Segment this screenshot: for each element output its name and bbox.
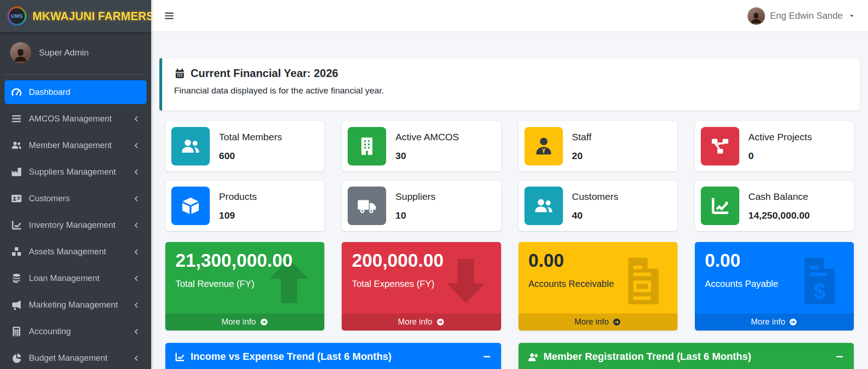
callout-title: Current Financial Year: 2026 <box>174 67 848 80</box>
chart-line-icon <box>701 187 739 225</box>
user-panel-name: Super Admin <box>39 48 89 58</box>
info-box-value: 20 <box>572 150 592 161</box>
user-menu[interactable]: Eng Edwin Sande <box>748 7 856 25</box>
info-box-label: Customers <box>572 191 619 202</box>
callout-body: Financial data displayed is for the acti… <box>174 86 848 96</box>
sidebar-user-panel: Super Admin <box>5 32 147 75</box>
chart-card-title: Member Registration Trend (Last 6 Months… <box>544 351 752 363</box>
sidebar-item-label: Inventory Management <box>29 220 115 230</box>
chevron-left-icon <box>132 354 141 363</box>
chart-card-title: Income vs Expense Trend (Last 6 Months) <box>191 351 392 363</box>
small-box-grid: 21,300,000.00 Total Revenue (FY) More in… <box>165 242 854 330</box>
more-info-link[interactable]: More info <box>695 314 854 330</box>
sidebar-toggle-icon[interactable] <box>164 10 175 22</box>
small-box-accounts-receivable: 0.00 Accounts Receivable More info <box>519 242 677 330</box>
box-icon <box>171 187 210 225</box>
sidebar-item-suppliers-management[interactable]: Suppliers Management <box>5 160 147 184</box>
chevron-left-icon <box>132 274 141 283</box>
cubes-icon <box>11 246 22 258</box>
info-box-total-members: Total Members 600 <box>165 121 324 171</box>
info-box-value: 30 <box>395 150 459 161</box>
navbar-user-name: Eng Edwin Sande <box>770 11 843 21</box>
users-icon <box>11 139 22 151</box>
brand-title: MKWAJUNI FARMERS <box>33 10 151 23</box>
user-tie-icon <box>524 127 563 165</box>
financial-year-callout: Current Financial Year: 2026 Financial d… <box>159 58 860 110</box>
arrow-circle-right-icon <box>789 318 797 326</box>
gauge-icon <box>11 86 22 98</box>
callout-title-text: Current Financial Year: 2026 <box>191 67 338 80</box>
info-box-value: 0 <box>748 150 812 161</box>
collapse-minus-icon[interactable] <box>481 351 492 362</box>
more-info-link[interactable]: More info <box>519 314 677 330</box>
sidebar-item-loan-management[interactable]: Loan Management <box>5 266 147 290</box>
small-box-label: Accounts Receivable <box>529 279 667 289</box>
chevron-left-icon <box>132 141 141 150</box>
user-plus-icon <box>527 351 539 363</box>
sidebar-item-amcos-management[interactable]: AMCOS Management <box>5 107 147 131</box>
info-box-label: Active AMCOS <box>395 132 459 143</box>
info-box-grid: Total Members 600 Active AMCOS 30 Staff … <box>165 121 854 231</box>
brand-link[interactable]: UMS MKWAJUNI FARMERS <box>0 0 151 32</box>
sidebar-item-budget-management[interactable]: Budget Management <box>5 346 147 369</box>
info-box-suppliers: Suppliers 10 <box>342 181 501 231</box>
info-box-value: 40 <box>572 210 619 221</box>
chevron-left-icon <box>132 248 141 256</box>
small-box-label: Accounts Payable <box>705 279 844 289</box>
sidebar-item-accounting[interactable]: Accounting <box>5 319 147 343</box>
sidebar-item-label: Customers <box>29 193 70 204</box>
sidebar-item-dashboard[interactable]: Dashboard <box>5 80 147 104</box>
info-box-label: Active Projects <box>748 132 812 143</box>
info-box-active-amcos: Active AMCOS 30 <box>342 121 501 171</box>
small-box-value: 0.00 <box>529 250 667 271</box>
sidebar-nav: Dashboard AMCOS Management Member Manage… <box>0 75 151 369</box>
small-box-label: Total Revenue (FY) <box>175 279 314 289</box>
collapse-minus-icon[interactable] <box>834 351 845 362</box>
chart-card-member-registration-trend-last-6-months: Member Registration Trend (Last 6 Months… <box>519 343 854 369</box>
sidebar-item-assets-management[interactable]: Assets Management <box>5 240 147 264</box>
info-box-value: 10 <box>395 210 436 221</box>
chart-pie-icon <box>11 352 22 364</box>
calendar-icon <box>174 68 186 79</box>
arrow-circle-right-icon <box>436 318 445 326</box>
chevron-left-icon <box>132 194 141 203</box>
navbar-avatar <box>748 7 765 25</box>
sidebar-item-inventory-management[interactable]: Inventory Management <box>5 213 147 237</box>
calculator-icon <box>11 325 22 337</box>
project-diagram-icon <box>701 127 739 165</box>
sidebar-item-label: Budget Management <box>29 353 108 363</box>
sidebar-item-member-management[interactable]: Member Management <box>5 133 147 157</box>
main-content: Current Financial Year: 2026 Financial d… <box>151 0 868 369</box>
sidebar-item-marketing-management[interactable]: Marketing Management <box>5 293 147 317</box>
more-info-link[interactable]: More info <box>165 314 324 330</box>
truck-icon <box>348 187 386 225</box>
bullhorn-icon <box>11 299 22 311</box>
chart-line-icon <box>11 219 22 231</box>
small-box-value: 21,300,000.00 <box>175 250 314 271</box>
caret-down-icon <box>848 12 856 20</box>
small-box-accounts-payable: 0.00 Accounts Payable $ More info <box>695 242 854 330</box>
info-box-products: Products 109 <box>165 181 324 231</box>
small-box-value: 200,000.00 <box>352 250 491 271</box>
chart-card-income-vs-expense-trend-last-6-months: Income vs Expense Trend (Last 6 Months) <box>165 343 501 369</box>
user-friends-icon <box>524 187 563 225</box>
chart-card-header: Member Registration Trend (Last 6 Months… <box>519 343 854 369</box>
info-box-label: Staff <box>572 132 592 143</box>
top-navbar: Eng Edwin Sande <box>151 0 868 32</box>
user-avatar <box>10 42 31 63</box>
sidebar-item-customers[interactable]: Customers <box>5 187 147 210</box>
info-box-cash-balance: Cash Balance 14,250,000.00 <box>695 181 854 231</box>
coins-icon <box>11 272 22 284</box>
id-card-icon <box>11 193 22 204</box>
chevron-left-icon <box>132 221 141 230</box>
sidebar-item-label: Marketing Management <box>29 300 118 310</box>
chart-line-icon <box>174 351 186 363</box>
more-info-label: More info <box>398 317 432 327</box>
arrow-circle-right-icon <box>260 318 268 326</box>
more-info-label: More info <box>222 317 256 327</box>
building-icon <box>348 127 386 165</box>
info-box-label: Cash Balance <box>748 191 810 202</box>
arrow-circle-right-icon <box>612 318 621 326</box>
brand-logo-text: UMS <box>9 8 25 24</box>
more-info-link[interactable]: More info <box>342 314 501 330</box>
